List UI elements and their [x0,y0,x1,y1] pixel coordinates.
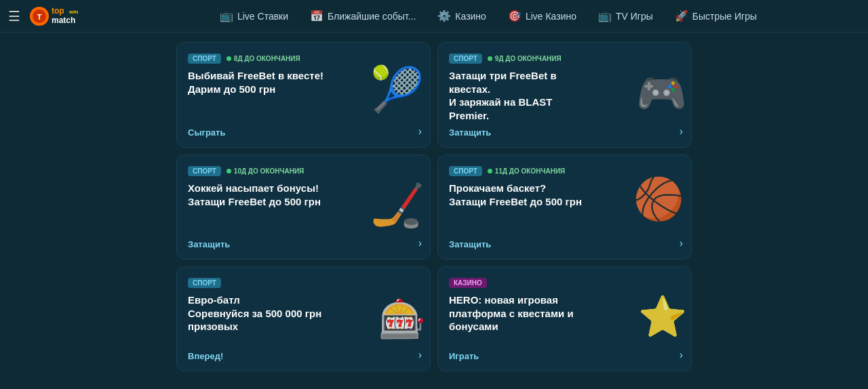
timer-text: 9Д ДО ОКОНЧАНИЯ [495,55,561,62]
card-header-row: Спорт 10Д ДО ОКОНЧАНИЯ [188,166,419,176]
timer-badge: 9Д ДО ОКОНЧАНИЯ [488,55,561,62]
timer-text: 8Д ДО ОКОНЧАНИЯ [234,55,300,62]
chevron-right-icon: › [418,237,422,249]
timer-dot-icon [488,169,492,173]
timer-badge: 10Д ДО ОКОНЧАНИЯ [226,167,304,175]
card-illustration-icon: 🎮 [636,68,687,117]
nav-item-live-casino[interactable]: 🎯 Live Казино [498,5,586,26]
nav-live-casino-label: Live Казино [526,11,576,22]
card-header-row: Казино [449,278,680,288]
chevron-right-icon: › [418,125,422,138]
card-title: Прокачаем баскет?Затащи FreeBet до 500 г… [449,182,585,208]
nav-upcoming-label: Ближайшие событ... [328,11,416,22]
timer-text: 11Д ДО ОКОНЧАНИЯ [495,167,565,175]
card-action-label: Затащить [449,127,680,138]
live-casino-icon: 🎯 [508,9,521,22]
promo-card-cs-blast[interactable]: Спорт 9Д ДО ОКОНЧАНИЯ Затащи три FreeBet… [437,42,692,148]
card-illustration-icon: 🏀 [633,175,684,223]
logo-svg: T top win match [27,4,88,28]
card-badge: Спорт [188,166,221,176]
main-nav: 📺 Live Ставки 📅 Ближайшие событ... ⚙️ Ка… [117,5,860,26]
card-action-label: Сыграть [188,127,419,138]
main-content: Спорт 8Д ДО ОКОНЧАНИЯ Выбивай FreeBet в … [0,33,868,381]
chevron-right-icon: › [679,349,683,361]
card-title: Затащи три FreeBet в квестах.И заряжай н… [449,69,585,122]
promo-grid: Спорт 8Д ДО ОКОНЧАНИЯ Выбивай FreeBet в … [176,42,692,371]
card-badge: Спорт [188,54,221,64]
timer-badge: 8Д ДО ОКОНЧАНИЯ [226,55,300,62]
logo-container[interactable]: T top win match [27,4,88,28]
card-badge: Спорт [449,54,482,64]
chevron-right-icon: › [418,349,422,361]
card-title: Хоккей насыпает бонусы!Затащи FreeBet до… [188,182,323,208]
tv-games-icon: 📺 [598,9,612,22]
card-illustration-icon: 🏒 [370,180,425,230]
card-action-label: Вперед! [188,351,419,361]
card-header-row: Спорт 9Д ДО ОКОНЧАНИЯ [449,54,680,64]
card-action-label: Затащить [188,239,419,249]
chevron-right-icon: › [679,237,683,249]
svg-text:match: match [52,16,75,25]
card-illustration-icon: 🎾 [370,64,425,115]
chevron-right-icon: › [679,125,683,138]
card-header-row: Спорт 8Д ДО ОКОНЧАНИЯ [188,54,419,64]
hamburger-menu-icon[interactable]: ☰ [8,8,20,24]
svg-text:T: T [37,13,42,21]
card-title: Евро-батлСоревнуйся за 500 000 грн призо… [188,293,323,333]
nav-live-bets-label: Live Ставки [237,11,288,22]
card-badge: Казино [449,278,487,288]
promo-card-euro-battle[interactable]: Спорт Евро-батлСоревнуйся за 500 000 грн… [176,266,431,371]
card-action-label: Играть [449,351,680,361]
promo-card-basket-freebet[interactable]: Спорт 11Д ДО ОКОНЧАНИЯ Прокачаем баскет?… [437,155,692,260]
nav-item-live-bets[interactable]: 📺 Live Ставки [210,5,298,26]
svg-text:win: win [68,9,78,15]
card-title: Выбивай FreeBet в квесте!Дарим до 500 гр… [188,69,323,96]
timer-text: 10Д ДО ОКОНЧАНИЯ [234,167,304,175]
nav-item-fast-games[interactable]: 🚀 Быстрые Игры [665,5,766,26]
nav-fast-games-label: Быстрые Игры [692,11,757,22]
card-action-label: Затащить [449,239,680,249]
card-badge: Спорт [449,166,482,176]
header-left: ☰ T top win match [8,4,117,28]
nav-item-casino[interactable]: ⚙️ Казино [428,5,496,26]
timer-dot-icon [226,56,231,61]
main-header: ☰ T top win match 📺 Live Ставки 📅 Ближай… [0,0,868,33]
card-badge: Спорт [188,278,221,288]
card-illustration-icon: 🎰 [378,297,426,342]
nav-casino-label: Казино [455,11,486,22]
nav-tv-games-label: TV Игры [616,11,653,22]
nav-item-upcoming[interactable]: 📅 Ближайшие событ... [300,5,425,26]
casino-icon: ⚙️ [437,9,451,22]
promo-card-hockey-bonus[interactable]: Спорт 10Д ДО ОКОНЧАНИЯ Хоккей насыпает б… [176,155,431,260]
promo-card-freebet-quest[interactable]: Спорт 8Д ДО ОКОНЧАНИЯ Выбивай FreeBet в … [176,42,431,148]
card-header-row: Спорт [188,278,419,288]
timer-badge: 11Д ДО ОКОНЧАНИЯ [488,167,565,175]
svg-text:top: top [52,6,64,16]
upcoming-icon: 📅 [310,9,323,22]
timer-dot-icon [488,56,492,61]
live-bets-icon: 📺 [220,9,233,22]
timer-dot-icon [226,169,231,173]
nav-item-tv-games[interactable]: 📺 TV Игры [589,5,663,26]
card-title: HERO: новая игровая платформа с квестами… [449,293,585,333]
promo-card-hero-platform[interactable]: Казино HERO: новая игровая платформа с к… [437,266,692,371]
fast-games-icon: 🚀 [675,9,688,22]
card-illustration-icon: ⭐ [638,293,687,340]
